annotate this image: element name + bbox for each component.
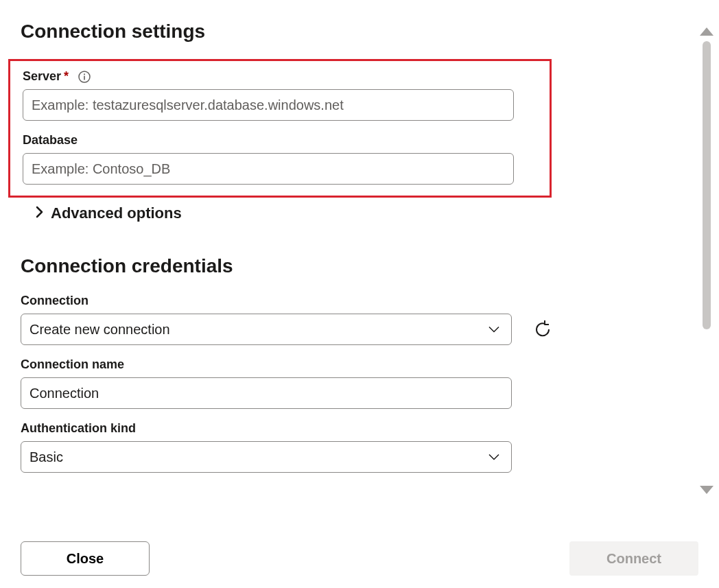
chevron-down-icon [488,449,500,465]
connection-settings-heading: Connection settings [21,21,665,43]
connection-name-input[interactable] [21,377,512,409]
server-label: Server * [23,69,541,84]
connection-name-field-group: Connection name [21,357,665,409]
svg-rect-2 [84,75,85,80]
connection-label: Connection [21,294,665,308]
scrollbar[interactable] [697,27,716,329]
connection-name-label: Connection name [21,357,665,372]
highlight-box: Server * Database [8,59,552,198]
connection-name-label-text: Connection name [21,357,124,372]
svg-point-1 [84,73,85,75]
scroll-down-icon[interactable] [700,486,714,494]
auth-kind-field-group: Authentication kind Basic [21,421,665,473]
close-button[interactable]: Close [21,541,150,576]
chevron-right-icon [36,206,44,222]
refresh-icon[interactable] [532,319,553,340]
database-input[interactable] [23,153,514,185]
required-asterisk: * [64,69,69,84]
info-icon[interactable] [78,71,91,83]
database-field-group: Database [10,133,541,185]
chevron-down-icon [488,322,500,338]
advanced-options-label: Advanced options [51,204,182,222]
server-input[interactable] [23,89,514,121]
scroll-up-icon[interactable] [700,27,714,36]
database-label: Database [23,133,541,148]
auth-kind-dropdown[interactable]: Basic [21,441,512,473]
auth-kind-label-text: Authentication kind [21,421,136,436]
connection-field-group: Connection Create new connection [21,294,665,345]
server-field-group: Server * [10,69,541,121]
database-label-text: Database [23,133,78,148]
connection-credentials-heading: Connection credentials [21,255,665,277]
auth-kind-label: Authentication kind [21,421,665,436]
connect-button[interactable]: Connect [569,541,698,576]
server-label-text: Server [23,69,61,84]
connection-dropdown[interactable]: Create new connection [21,314,512,345]
scrollbar-thumb[interactable] [703,41,711,329]
auth-kind-dropdown-value: Basic [30,449,63,465]
advanced-options-toggle[interactable]: Advanced options [36,204,665,222]
connection-dropdown-value: Create new connection [30,322,170,338]
footer: Close Connect [21,541,698,576]
connection-label-text: Connection [21,294,89,308]
